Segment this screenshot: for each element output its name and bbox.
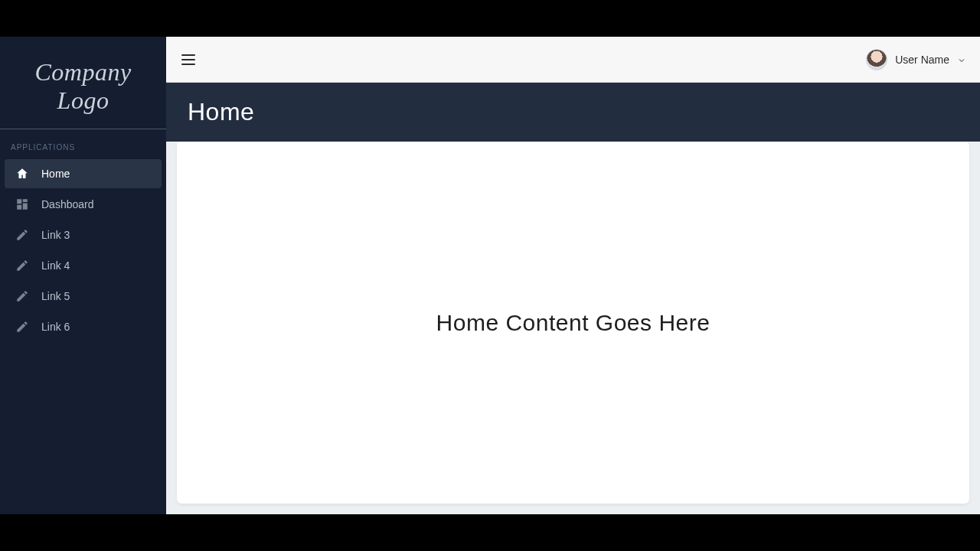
main-area: User Name Home Home Content Goes Here [166,37,980,514]
sidebar-item-label: Link 3 [41,229,70,241]
sidebar-item-home[interactable]: Home [5,159,162,188]
logo-divider [0,129,166,129]
sidebar-item-label: Link 6 [41,321,70,333]
page-title: Home [188,98,959,126]
sidebar: Company Logo APPLICATIONS Home Dashboard [0,37,166,514]
home-icon [15,167,29,181]
page-header: Home [166,83,980,142]
company-logo: Company Logo [0,58,166,129]
letterbox-top [0,0,980,37]
avatar [866,49,887,70]
sidebar-item-label: Link 4 [41,259,70,272]
svg-rect-0 [17,199,21,204]
letterbox-bottom [0,514,980,551]
sidebar-item-label: Home [41,168,70,180]
content-card: Home Content Goes Here [177,142,969,504]
svg-rect-2 [23,204,28,210]
sidebar-section-label: APPLICATIONS [0,143,166,159]
dashboard-icon [15,197,29,211]
app-window: Company Logo APPLICATIONS Home Dashboard [0,37,980,514]
topbar: User Name [166,37,980,83]
content-heading: Home Content Goes Here [436,310,710,336]
sidebar-item-link-5[interactable]: Link 5 [5,282,162,311]
edit-icon [15,259,29,272]
sidebar-item-dashboard[interactable]: Dashboard [5,190,162,219]
menu-toggle-button[interactable] [181,51,200,69]
svg-rect-3 [17,205,21,210]
chevron-down-icon [957,56,965,64]
user-name-label: User Name [895,54,949,66]
sidebar-item-link-4[interactable]: Link 4 [5,251,162,280]
sidebar-nav: Home Dashboard Link 3 Link 4 [0,159,166,341]
user-menu[interactable]: User Name [866,49,965,70]
edit-icon [15,289,29,303]
content-wrap: Home Content Goes Here [166,142,980,514]
sidebar-item-link-6[interactable]: Link 6 [5,312,162,341]
sidebar-item-label: Link 5 [41,290,70,302]
sidebar-item-label: Dashboard [41,198,94,210]
edit-icon [15,228,29,242]
sidebar-item-link-3[interactable]: Link 3 [5,220,162,249]
svg-rect-1 [23,199,28,202]
edit-icon [15,320,29,334]
